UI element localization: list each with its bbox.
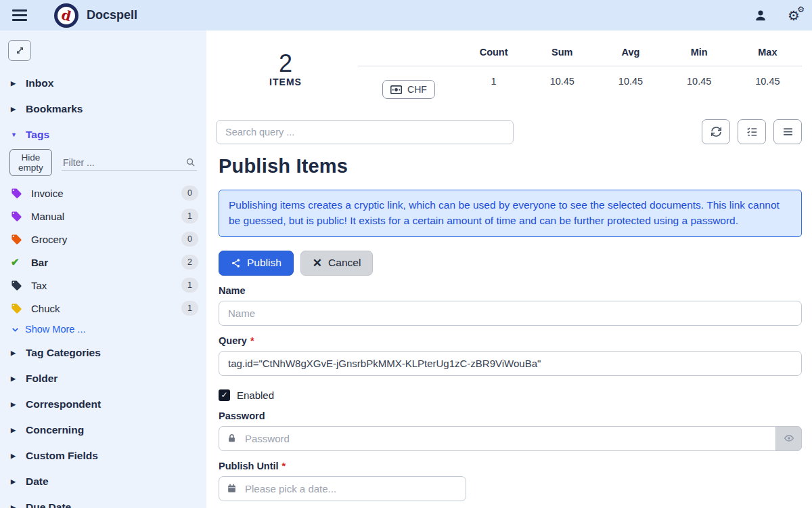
search-icon bbox=[185, 157, 196, 167]
tag-icon bbox=[11, 210, 23, 222]
toggle-password-visibility-button[interactable] bbox=[775, 426, 802, 451]
sidebar-item-date[interactable]: ▶Date bbox=[0, 469, 206, 494]
search-query-input[interactable] bbox=[216, 120, 514, 144]
diagonal-expand-icon bbox=[15, 45, 25, 56]
menu-bars-icon bbox=[782, 126, 794, 137]
currency-badge: CHF bbox=[382, 80, 435, 99]
required-marker: * bbox=[250, 335, 254, 346]
tag-count-badge: 1 bbox=[181, 209, 198, 224]
tag-count-badge: 1 bbox=[181, 278, 198, 293]
tag-row-grocery[interactable]: Grocery 0 bbox=[0, 228, 206, 251]
tag-row-invoice[interactable]: Invoice 0 bbox=[0, 182, 206, 205]
sidebar-item-tag-categories[interactable]: ▶Tag Categories bbox=[0, 340, 206, 366]
query-input[interactable] bbox=[219, 351, 802, 376]
tag-icon bbox=[11, 233, 23, 245]
user-icon[interactable] bbox=[754, 9, 767, 22]
stats-summary: 2 ITEMS Count Sum Avg Min Max CHF 1 10.4… bbox=[216, 41, 802, 108]
close-icon: ✕ bbox=[313, 256, 322, 270]
tag-row-bar-selected[interactable]: ✔ Bar 2 bbox=[0, 251, 206, 274]
expand-sidebar-button[interactable] bbox=[8, 40, 31, 61]
sidebar-item-custom-fields[interactable]: ▶Custom Fields bbox=[0, 443, 206, 469]
sidebar-item-folder[interactable]: ▶Folder bbox=[0, 366, 206, 391]
caret-right-icon: ▶ bbox=[11, 375, 26, 382]
stat-avg: 10.45 bbox=[596, 66, 664, 108]
caret-down-icon: ▼ bbox=[11, 131, 26, 138]
col-max: Max bbox=[734, 41, 802, 66]
tag-count-badge: 0 bbox=[181, 232, 198, 247]
caret-right-icon: ▶ bbox=[11, 106, 26, 112]
caret-right-icon: ▶ bbox=[11, 504, 26, 508]
item-count-label: ITEMS bbox=[255, 77, 316, 87]
show-more-link[interactable]: Show More ... bbox=[0, 320, 206, 340]
sidebar-item-due-date[interactable]: ▶Due Date bbox=[0, 494, 206, 508]
publish-button[interactable]: Publish bbox=[219, 251, 294, 276]
sidebar-item-concerning[interactable]: ▶Concerning bbox=[0, 417, 206, 443]
app-title: Docspell bbox=[87, 8, 137, 22]
tag-count-badge: 0 bbox=[181, 186, 198, 200]
caret-right-icon: ▶ bbox=[11, 401, 26, 408]
stat-max: 10.45 bbox=[734, 66, 802, 108]
stat-min: 10.45 bbox=[665, 66, 734, 108]
refresh-button[interactable] bbox=[702, 119, 730, 144]
sidebar: ▶ Inbox ▶ Bookmarks ▼ Tags Hide empty bbox=[0, 30, 206, 508]
tag-icon bbox=[11, 302, 23, 314]
hamburger-menu-icon[interactable] bbox=[12, 9, 27, 21]
sidebar-item-correspondent[interactable]: ▶Correspondent bbox=[0, 391, 206, 417]
menu-button[interactable] bbox=[773, 119, 802, 144]
lock-icon bbox=[227, 433, 237, 444]
tag-filter-input[interactable] bbox=[63, 157, 185, 168]
hide-empty-button[interactable]: Hide empty bbox=[9, 149, 52, 176]
caret-right-icon: ▶ bbox=[11, 478, 26, 485]
tag-count-badge: 1 bbox=[181, 301, 198, 316]
top-bar: d Docspell ⚙⚙ bbox=[0, 0, 812, 30]
docspell-logo: d bbox=[54, 3, 78, 28]
enabled-label: Enabled bbox=[237, 389, 274, 401]
refresh-icon bbox=[710, 126, 722, 137]
password-label: Password bbox=[219, 410, 802, 421]
name-input[interactable] bbox=[219, 301, 802, 326]
col-count: Count bbox=[459, 41, 528, 66]
password-input[interactable] bbox=[219, 426, 802, 451]
tag-icon bbox=[11, 187, 23, 199]
item-count-value: 2 bbox=[255, 51, 316, 77]
share-icon bbox=[231, 258, 241, 268]
caret-right-icon: ▶ bbox=[11, 452, 26, 459]
caret-right-icon: ▶ bbox=[11, 80, 26, 87]
banknote-icon bbox=[390, 85, 402, 94]
eye-icon bbox=[784, 433, 794, 444]
required-marker: * bbox=[282, 461, 286, 471]
caret-right-icon: ▶ bbox=[11, 427, 26, 433]
chevron-down-icon bbox=[11, 325, 20, 334]
tag-row-chuck[interactable]: Chuck 1 bbox=[0, 297, 206, 320]
tag-count-badge: 2 bbox=[181, 255, 198, 270]
tag-row-tax[interactable]: Tax 1 bbox=[0, 274, 206, 297]
publish-info-message: Publishing items creates a cryptic link,… bbox=[219, 190, 802, 237]
settings-gears-icon[interactable]: ⚙⚙ bbox=[788, 9, 800, 22]
list-check-button[interactable] bbox=[738, 119, 766, 144]
page-title: Publish Items bbox=[219, 155, 802, 177]
main-content: 2 ITEMS Count Sum Avg Min Max CHF 1 10.4… bbox=[206, 30, 812, 508]
caret-right-icon: ▶ bbox=[11, 350, 26, 356]
col-avg: Avg bbox=[596, 41, 664, 66]
name-label: Name bbox=[219, 285, 802, 296]
stat-count: 1 bbox=[459, 66, 528, 108]
stat-sum: 10.45 bbox=[528, 66, 596, 108]
cancel-button[interactable]: ✕ Cancel bbox=[300, 251, 374, 276]
calendar-icon bbox=[227, 483, 237, 494]
item-count: 2 ITEMS bbox=[255, 51, 316, 87]
list-check-icon bbox=[746, 126, 758, 137]
stats-table: Count Sum Avg Min Max CHF 1 10.45 10.45 … bbox=[358, 41, 802, 108]
publish-until-label: Publish Until* bbox=[219, 461, 802, 471]
col-min: Min bbox=[665, 41, 734, 66]
sidebar-item-inbox[interactable]: ▶ Inbox bbox=[0, 70, 206, 96]
sidebar-item-bookmarks[interactable]: ▶ Bookmarks bbox=[0, 96, 206, 122]
sidebar-item-tags[interactable]: ▼ Tags bbox=[0, 122, 206, 148]
enabled-checkbox[interactable]: ✓ bbox=[219, 389, 230, 401]
col-sum: Sum bbox=[528, 41, 596, 66]
tag-filter-field[interactable] bbox=[62, 155, 197, 171]
tag-icon bbox=[11, 279, 23, 291]
query-label: Query* bbox=[219, 335, 802, 346]
check-icon: ✔ bbox=[11, 256, 23, 268]
tag-row-manual[interactable]: Manual 1 bbox=[0, 205, 206, 228]
publish-until-date-input[interactable] bbox=[219, 476, 466, 501]
